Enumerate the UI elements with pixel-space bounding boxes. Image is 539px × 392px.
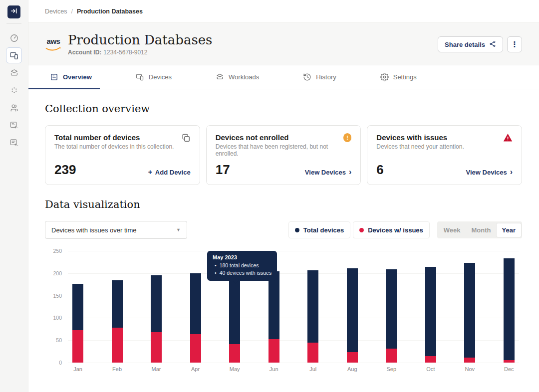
bar-stack	[425, 251, 436, 363]
tab-overview[interactable]: Overview	[50, 73, 92, 81]
bar-segment-issues	[151, 332, 162, 363]
legend-dot-navy	[295, 228, 299, 232]
breadcrumb-parent[interactable]: Devices	[45, 8, 67, 15]
sidebar-item-favorites[interactable]	[6, 135, 22, 151]
chart-legend: Total devices Devices w/ issues	[288, 221, 430, 238]
app-window: Devices / Production Databases aws Produ…	[0, 0, 539, 392]
bar-segment-total	[307, 270, 318, 342]
layers-icon	[216, 73, 224, 81]
sidebar-item-users[interactable]	[6, 100, 22, 116]
bar-mar[interactable]: Mar	[146, 251, 166, 372]
total-devices-value: 239	[54, 163, 76, 176]
view-devices-link-issues[interactable]: View Devices ›	[466, 169, 513, 176]
bar-stack	[112, 251, 123, 363]
bar-segment-total	[229, 278, 240, 345]
bar-segment-issues	[307, 343, 318, 363]
legend-label: Total devices	[303, 226, 344, 234]
warning-circle-icon: !	[343, 133, 352, 142]
sidebar-item-workloads[interactable]	[6, 65, 22, 81]
list-bolt-icon	[9, 121, 19, 130]
tab-history[interactable]: History	[303, 73, 336, 81]
bar-stack	[347, 251, 358, 363]
copy-icon[interactable]	[181, 133, 191, 145]
tooltip-line-text: 180 total devices	[220, 262, 259, 269]
tooltip-line: • 40 devices with issues	[213, 269, 271, 277]
main-content: Devices / Production Databases aws Produ…	[28, 0, 539, 392]
x-axis-tick-label: Aug	[347, 366, 357, 372]
bar-stack	[307, 251, 318, 363]
sidebar-item-devices[interactable]	[6, 47, 22, 63]
bar-segment-total	[269, 271, 279, 339]
collection-overview-heading: Collection overview	[45, 103, 522, 115]
sidebar-divider	[6, 23, 21, 24]
tab-workloads[interactable]: Workloads	[216, 73, 259, 81]
tab-label: Settings	[393, 73, 417, 81]
tooltip-line-text: 40 devices with issues	[220, 269, 271, 277]
share-icon	[489, 40, 496, 49]
legend-item-devices-with-issues[interactable]: Devices w/ issues	[353, 221, 430, 238]
sidebar-item-clusters[interactable]	[6, 82, 22, 98]
chart-tooltip: May 2023 • 180 total devices • 40 device…	[207, 251, 277, 281]
tab-label: Overview	[63, 73, 92, 81]
tab-label: Devices	[149, 73, 172, 81]
bar-segment-issues	[464, 358, 475, 363]
bar-dec[interactable]: Dec	[499, 251, 519, 372]
bar-segment-total	[386, 269, 397, 349]
tab-label: History	[316, 73, 336, 81]
x-axis-tick-label: Dec	[504, 366, 514, 372]
sidebar-item-dashboard[interactable]	[6, 30, 22, 46]
view-devices-link-not-enrolled[interactable]: View Devices ›	[305, 169, 351, 176]
app-logo[interactable]	[7, 5, 20, 18]
bar-jan[interactable]: Jan	[68, 251, 88, 372]
chevron-right-icon: ›	[510, 169, 513, 176]
time-range-week[interactable]: Week	[438, 223, 466, 237]
chart-metric-dropdown[interactable]: Devices with issues over time ▼	[45, 221, 187, 239]
page-header: aws Production Databases Account ID: 123…	[28, 22, 539, 65]
gear-icon	[380, 73, 389, 81]
y-axis-tick-label: 0	[45, 360, 62, 366]
bar-jul[interactable]: Jul	[303, 251, 323, 372]
share-details-button[interactable]: Share details	[438, 36, 503, 52]
chevron-right-icon: ›	[349, 169, 351, 176]
tooltip-title: May 2023	[213, 254, 271, 260]
bar-apr[interactable]: Apr	[186, 251, 206, 372]
bar-stack	[151, 251, 162, 363]
legend-item-total-devices[interactable]: Total devices	[288, 221, 350, 238]
bullet-icon: •	[215, 269, 217, 277]
breadcrumb-current: Production Databases	[77, 8, 143, 15]
aws-smile-icon	[45, 45, 61, 54]
x-axis-tick-label: Feb	[112, 366, 122, 372]
bar-stack	[464, 251, 475, 363]
bar-oct[interactable]: Oct	[421, 251, 441, 372]
bar-aug[interactable]: Aug	[342, 251, 362, 372]
tab-devices[interactable]: Devices	[136, 73, 172, 81]
gauge-icon	[9, 33, 19, 43]
card-title: Devices with issues	[376, 133, 464, 142]
account-id: Account ID: 1234-5678-9012	[68, 49, 212, 56]
with-issues-value: 6	[376, 163, 383, 176]
chevron-down-icon: ▼	[176, 227, 181, 232]
stacked-bar-chart: 050100150200250 JanFebMarAprMayJunJulAug…	[45, 247, 522, 375]
users-icon	[9, 103, 19, 113]
bar-sep[interactable]: Sep	[381, 251, 401, 372]
card-subtitle: Devices that need your attention.	[376, 143, 464, 150]
bar-segment-issues	[112, 328, 123, 363]
history-icon	[303, 73, 311, 81]
bar-segment-issues	[386, 349, 397, 363]
enter-icon	[10, 7, 18, 17]
dots-grid-icon	[9, 86, 19, 95]
warning-triangle-icon	[503, 133, 513, 144]
data-visualization-heading: Data visualization	[45, 198, 522, 210]
sidebar-item-automations[interactable]	[6, 117, 22, 133]
time-range-month[interactable]: Month	[466, 223, 497, 237]
card-devices-not-enrolled: Devices not enrolled Devices that have b…	[206, 125, 361, 185]
bar-nov[interactable]: Nov	[460, 251, 480, 372]
chart-controls: Devices with issues over time ▼ Total de…	[45, 221, 522, 239]
tab-settings[interactable]: Settings	[380, 73, 417, 81]
add-device-button[interactable]: + Add Device	[148, 169, 191, 176]
bar-feb[interactable]: Feb	[107, 251, 127, 372]
x-axis-tick-label: Oct	[426, 366, 435, 372]
more-options-button[interactable]: ⋮	[507, 36, 522, 52]
time-range-year[interactable]: Year	[497, 223, 521, 237]
bar-segment-total	[347, 268, 358, 352]
